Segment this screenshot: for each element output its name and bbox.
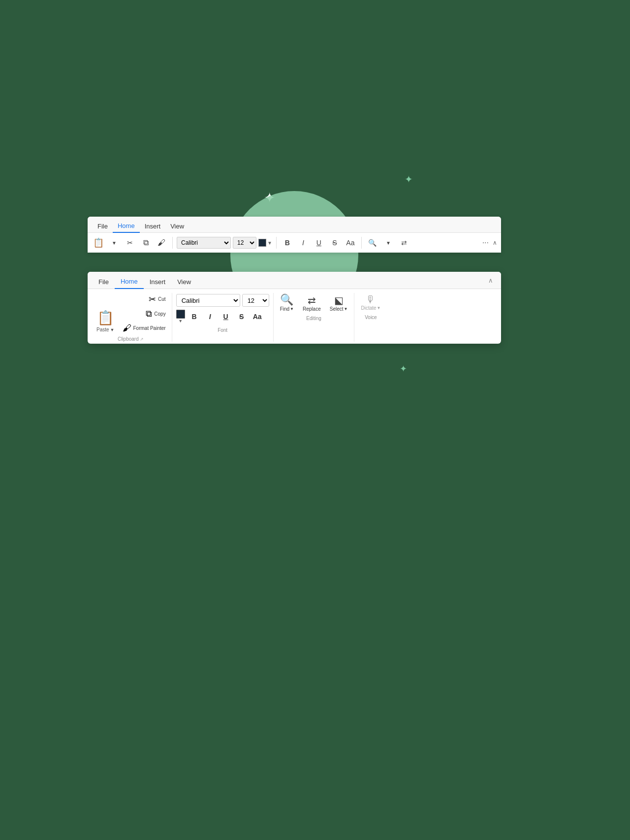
font-select-collapsed[interactable]: Calibri	[177, 237, 231, 249]
paste-button[interactable]: 📋 Paste ▼	[94, 308, 118, 334]
find-icon-collapsed[interactable]: 🔍	[366, 236, 379, 250]
clipboard-group: 📋 Paste ▼ ✂ Cut ⧉ Copy	[90, 293, 172, 342]
cut-icon-collapsed[interactable]: ✂	[123, 236, 137, 250]
background	[0, 0, 630, 840]
copy-icon-collapsed[interactable]: ⧉	[139, 236, 153, 250]
font-row2: ▼ B I U S Aa	[176, 310, 269, 323]
editing-group-label: Editing	[306, 316, 321, 321]
clipboard-group-label: Clipboard ↗	[118, 336, 144, 342]
underline-button[interactable]: U	[220, 310, 232, 323]
ribbon-content: 📋 Paste ▼ ✂ Cut ⧉ Copy	[88, 289, 501, 344]
cut-label: Cut	[158, 296, 166, 302]
font-size-select[interactable]: 12	[242, 294, 269, 307]
format-painter-icon-collapsed[interactable]: 🖌	[155, 236, 168, 250]
tab-view-collapsed[interactable]: View	[165, 220, 189, 232]
italic-btn-collapsed[interactable]: I	[296, 236, 310, 250]
format-painter-icon: 🖌	[123, 323, 131, 333]
underline-btn-collapsed[interactable]: U	[312, 236, 326, 250]
editing-group: 🔍 Find ▼ ⇄ Replace ⬕ Select ▼	[274, 293, 355, 342]
tab-insert-expanded[interactable]: Insert	[144, 275, 172, 289]
collapse-arrow-expanded[interactable]: ∧	[485, 275, 496, 286]
find-button[interactable]: 🔍 Find ▼	[278, 293, 296, 314]
font-color-block[interactable]: ▼	[176, 310, 185, 323]
sep1	[172, 237, 173, 249]
replace-icon: ⇄	[308, 295, 316, 305]
small-clipboard-btns: ✂ Cut ⧉ Copy 🖌 Format Painter	[121, 293, 168, 334]
select-button[interactable]: ⬕ Select ▼	[327, 294, 350, 314]
paste-icon-collapsed[interactable]: 📋	[92, 236, 105, 250]
paste-icon: 📋	[97, 310, 114, 326]
replace-button[interactable]: ⇄ Replace	[300, 294, 323, 314]
select-icon: ⬕	[334, 295, 344, 305]
find-dropdown-collapsed[interactable]: ▼	[381, 236, 395, 250]
bold-button[interactable]: B	[188, 310, 201, 323]
strikethrough-button[interactable]: S	[235, 310, 248, 323]
case-btn-collapsed[interactable]: Aa	[344, 236, 357, 250]
copy-label: Copy	[154, 311, 165, 317]
font-row1: Calibri 12	[176, 294, 269, 307]
voice-top: 🎙 Dictate ▼	[358, 293, 383, 313]
strikethrough-btn-collapsed[interactable]: S	[328, 236, 342, 250]
select-label: Select ▼	[330, 306, 348, 312]
format-painter-label: Format Painter	[133, 325, 166, 331]
paste-label: Paste ▼	[96, 327, 115, 332]
paste-dropdown-collapsed[interactable]: ▼	[107, 236, 121, 250]
expanded-tab-bar: File Home Insert View ∧	[88, 272, 501, 289]
format-painter-button[interactable]: 🖌 Format Painter	[121, 322, 168, 334]
tab-insert-collapsed[interactable]: Insert	[140, 220, 166, 232]
collapsed-toolbar: 📋 ▼ ✂ ⧉ 🖌 Calibri 12 ▼ B I U S Aa 🔍 ▼ ⇄	[88, 233, 501, 253]
tab-home-collapsed[interactable]: Home	[113, 220, 140, 233]
dictate-button[interactable]: 🎙 Dictate ▼	[358, 293, 383, 313]
cut-icon: ✂	[149, 294, 156, 305]
dictate-label: Dictate ▼	[361, 305, 380, 311]
copy-button[interactable]: ⧉ Copy	[121, 308, 168, 320]
font-group: Calibri 12 ▼ B I U S Aa Font	[172, 293, 274, 342]
tab-file-collapsed[interactable]: File	[93, 220, 113, 232]
replace-icon-collapsed[interactable]: ⇄	[397, 236, 411, 250]
sep2	[276, 237, 277, 249]
find-label: Find ▼	[280, 306, 294, 312]
replace-label: Replace	[303, 306, 321, 312]
clipboard-top: 📋 Paste ▼ ✂ Cut ⧉ Copy	[94, 293, 168, 334]
italic-button[interactable]: I	[204, 310, 217, 323]
cut-button[interactable]: ✂ Cut	[121, 293, 168, 306]
sep3	[361, 237, 362, 249]
tab-home-expanded[interactable]: Home	[115, 275, 144, 289]
font-size-collapsed[interactable]: 12	[233, 237, 256, 249]
collapsed-tab-bar: File Home Insert View	[88, 217, 501, 233]
copy-icon: ⧉	[146, 309, 152, 319]
collapse-arrow-collapsed[interactable]: ∧	[493, 239, 497, 246]
bold-btn-collapsed[interactable]: B	[281, 236, 294, 250]
editing-top: 🔍 Find ▼ ⇄ Replace ⬕ Select ▼	[278, 293, 350, 314]
more-btn-collapsed[interactable]: ···	[482, 238, 489, 247]
voice-group: 🎙 Dictate ▼ Voice	[354, 293, 387, 342]
color-swatch-collapsed[interactable]: ▼	[258, 239, 272, 247]
dictate-icon: 🎙	[366, 294, 376, 304]
find-icon: 🔍	[280, 294, 293, 305]
ribbon-expanded: File Home Insert View ∧ 📋 Paste ▼	[88, 272, 501, 344]
voice-group-label: Voice	[365, 315, 377, 320]
font-name-select[interactable]: Calibri	[176, 294, 240, 307]
font-group-label: Font	[176, 327, 269, 333]
tab-file-expanded[interactable]: File	[93, 275, 115, 289]
tab-view-expanded[interactable]: View	[171, 275, 197, 289]
case-button[interactable]: Aa	[251, 310, 264, 323]
ribbon-collapsed: File Home Insert View 📋 ▼ ✂ ⧉ 🖌 Calibri …	[88, 217, 501, 253]
